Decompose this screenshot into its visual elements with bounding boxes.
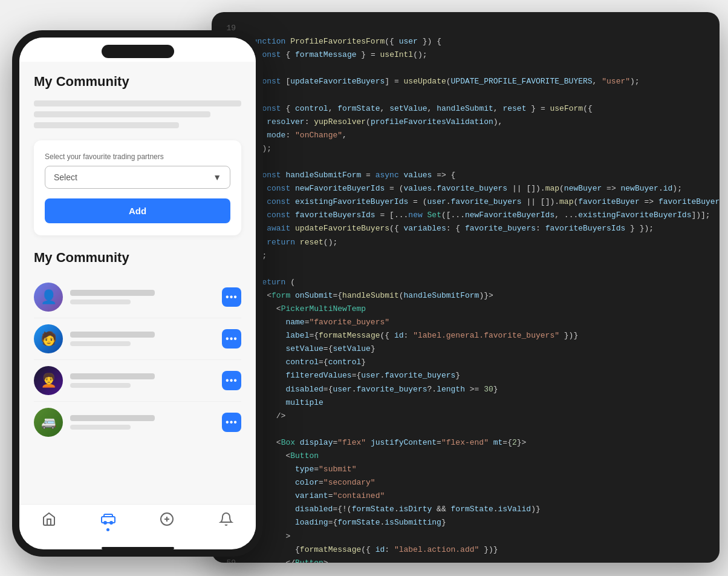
- code-line: 36 };: [224, 249, 707, 263]
- skeleton-3: [34, 122, 179, 128]
- code-line: 19: [224, 22, 707, 35]
- phone-notch: [102, 45, 174, 58]
- nav-bell[interactable]: [219, 512, 233, 531]
- code-line: 47 multiple: [224, 396, 707, 410]
- code-line: 39 <form onSubmit={handleSubmit(handleSu…: [224, 289, 707, 303]
- item-sub-skeleton: [70, 299, 131, 304]
- code-line: 46 disabled={user.favorite_buyers?.lengt…: [224, 383, 707, 396]
- ellipsis-icon: •••: [226, 376, 238, 385]
- item-name-skeleton: [70, 290, 155, 296]
- nav-indicator-active: [106, 528, 109, 531]
- section-community-form: My Community Select your favourite tradi…: [34, 74, 241, 235]
- code-line: 45 filteredValues={user.favorite_buyers}: [224, 369, 707, 382]
- code-line: 30 const handleSubmitForm = async values…: [224, 169, 707, 182]
- ellipsis-icon: •••: [226, 334, 238, 344]
- list-item: 🧑 •••: [34, 318, 241, 360]
- nav-add[interactable]: [160, 512, 174, 531]
- code-line: 31 const newFavoriteBuyerIds = (values.f…: [224, 182, 707, 195]
- ellipsis-icon: •••: [226, 292, 238, 302]
- code-line: 42 label={formatMessage({ id: "label.gen…: [224, 329, 707, 342]
- list-item: 👤 •••: [34, 277, 241, 318]
- form-label: Select your favourite trading partners: [45, 152, 230, 161]
- more-options-button[interactable]: •••: [222, 371, 241, 390]
- avatar: 🧑‍🦱: [34, 366, 63, 395]
- chevron-down-icon: ▼: [213, 172, 221, 182]
- code-line: 27 mode: "onChange",: [224, 129, 707, 142]
- list-item: 🧑‍🦱 •••: [34, 360, 241, 402]
- code-line: 58 {formatMessage({ id: "label.action.ad…: [224, 543, 707, 557]
- item-text: [70, 332, 215, 346]
- item-text: [70, 373, 215, 388]
- phone-notch-bar: [19, 38, 256, 62]
- code-line: 51 <Button: [224, 450, 707, 463]
- code-line: 53 color="secondary": [224, 476, 707, 489]
- section-community-list: My Community 👤 ••• 🧑: [34, 250, 241, 443]
- code-line: 32 const existingFavoriteBuyerIds = (use…: [224, 195, 707, 209]
- item-sub-skeleton: [70, 425, 131, 430]
- skeleton-2: [34, 111, 210, 117]
- code-line: 38 return (: [224, 276, 707, 289]
- svg-point-1: [104, 522, 106, 524]
- code-line: 23 const [updateFavoriteBuyers] = useUpd…: [224, 75, 707, 88]
- code-line: 24: [224, 88, 707, 102]
- skeleton-1: [34, 100, 241, 106]
- nav-car[interactable]: [101, 512, 115, 531]
- code-line: 54 variant="contained": [224, 489, 707, 503]
- code-line: 28 });: [224, 142, 707, 155]
- bottom-navigation: [19, 504, 256, 543]
- code-line: 56 loading={formState.isSubmitting}: [224, 516, 707, 529]
- item-text: [70, 415, 215, 430]
- form-card: Select your favourite trading partners S…: [34, 140, 241, 235]
- ellipsis-icon: •••: [226, 417, 238, 427]
- select-dropdown[interactable]: Select ▼: [45, 166, 230, 189]
- code-line: 40 <PickerMultiNewTemp: [224, 303, 707, 316]
- code-line: 59 </Button>: [224, 557, 707, 563]
- more-options-button[interactable]: •••: [222, 329, 241, 349]
- code-line: 26 resolver: yupResolver(profileFavorite…: [224, 116, 707, 129]
- section-title-1: My Community: [34, 74, 241, 90]
- phone-mockup: My Community Select your favourite tradi…: [12, 30, 263, 557]
- code-line: 33 const favoriteBuyersIds = [...new Set…: [224, 209, 707, 222]
- select-text: Select: [54, 172, 77, 182]
- code-line: 22: [224, 62, 707, 75]
- code-line: 34 await updateFavoriteBuyers({ variable…: [224, 222, 707, 235]
- code-line: 50 <Box display="flex" justifyContent="f…: [224, 436, 707, 450]
- code-line: 21 const { formatMessage } = useIntl();: [224, 48, 707, 62]
- code-line: 20function ProfileFavoritesForm({ user }…: [224, 35, 707, 48]
- item-sub-skeleton: [70, 341, 131, 346]
- more-options-button[interactable]: •••: [222, 287, 241, 307]
- item-text: [70, 290, 215, 304]
- code-line: 44 control={control}: [224, 356, 707, 369]
- code-line: 43 setValue={setValue}: [224, 342, 707, 356]
- item-name-skeleton: [70, 415, 155, 421]
- more-options-button[interactable]: •••: [222, 413, 241, 432]
- code-line: 41 name="favorite_buyers": [224, 316, 707, 329]
- phone-content: My Community Select your favourite tradi…: [19, 62, 256, 504]
- nav-home[interactable]: [42, 512, 56, 531]
- code-panel: 19 20function ProfileFavoritesForm({ use…: [212, 12, 720, 563]
- home-indicator: [102, 547, 174, 549]
- code-line: 37: [224, 263, 707, 276]
- section-title-2: My Community: [34, 250, 241, 266]
- code-line: 55 disabled={!(formState.isDirty && form…: [224, 503, 707, 516]
- avatar: 🚐: [34, 408, 63, 437]
- code-line: 25 const { control, formState, setValue,…: [224, 102, 707, 116]
- svg-rect-0: [102, 517, 115, 523]
- code-line: 35 return reset();: [224, 236, 707, 249]
- code-editor: 19 20function ProfileFavoritesForm({ use…: [212, 12, 720, 563]
- avatar: 👤: [34, 283, 63, 312]
- code-line: 29: [224, 155, 707, 169]
- item-name-skeleton: [70, 332, 155, 338]
- code-line: 49: [224, 423, 707, 436]
- item-name-skeleton: [70, 373, 155, 379]
- avatar: 🧑: [34, 324, 63, 353]
- code-line: 57 >: [224, 530, 707, 543]
- code-line: 48 />: [224, 410, 707, 423]
- list-item: 🚐 •••: [34, 402, 241, 443]
- svg-point-2: [110, 522, 112, 524]
- item-sub-skeleton: [70, 383, 131, 388]
- code-line: 52 type="submit": [224, 463, 707, 476]
- add-button[interactable]: Add: [45, 198, 230, 223]
